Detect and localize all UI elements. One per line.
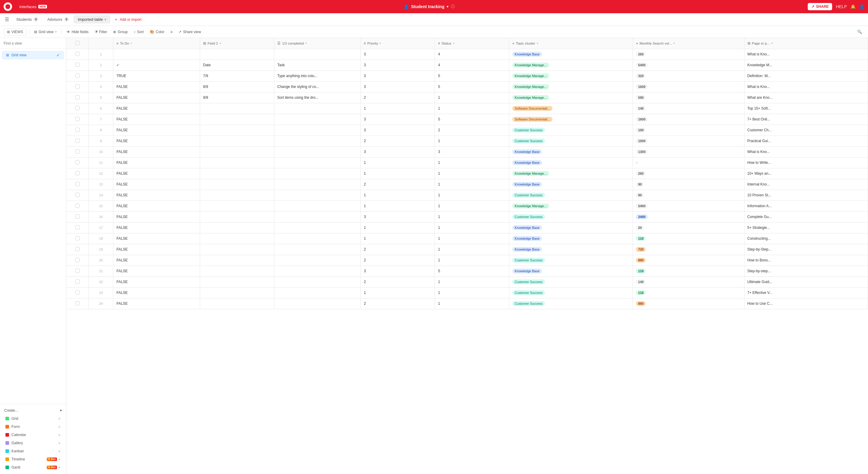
table-row[interactable]: 8 FALSE 3 2 Customer Success 100 Custome… — [66, 125, 868, 136]
row-completed[interactable] — [274, 244, 361, 255]
row-topic[interactable]: Knowledge Manage... — [509, 81, 632, 92]
row-page[interactable]: Step-by-Step... — [744, 244, 868, 255]
row-completed[interactable] — [274, 114, 361, 125]
find-view-input[interactable] — [4, 41, 62, 45]
row-search[interactable]: 90 — [633, 179, 744, 190]
row-status[interactable]: 5 — [435, 81, 509, 92]
row-priority[interactable]: 3 — [361, 266, 435, 276]
row-topic[interactable]: Customer Success — [509, 190, 632, 201]
table-row[interactable]: 16 FALSE 3 1 Customer Success 2400 Compl… — [66, 211, 868, 222]
row-topic[interactable]: Customer Success — [509, 298, 632, 309]
row-todo[interactable]: FALSE — [113, 146, 200, 157]
row-todo[interactable]: FALSE — [113, 276, 200, 287]
row-status[interactable]: 1 — [435, 222, 509, 233]
page-sort-icon[interactable]: ▾ — [771, 41, 773, 45]
views-button[interactable]: ⊞ VIEWS — [4, 28, 27, 36]
row-search[interactable]: 100 — [633, 125, 744, 136]
table-row[interactable]: 18 FALSE 1 1 Knowledge Base 110 Construc… — [66, 233, 868, 244]
row-priority[interactable]: 3 — [361, 114, 435, 125]
row-checkbox[interactable] — [75, 279, 80, 284]
row-todo[interactable]: FALSE — [113, 92, 200, 103]
table-row[interactable]: 15 FALSE 1 1 Knowledge Manage... 5400 In… — [66, 201, 868, 211]
row-search[interactable]: 1000 — [633, 136, 744, 146]
row-topic[interactable]: Customer Success — [509, 276, 632, 287]
table-row[interactable]: 11 FALSE 1 1 Knowledge Base - How to Wri… — [66, 157, 868, 168]
row-checkbox[interactable] — [75, 95, 80, 99]
row-status[interactable]: 5 — [435, 70, 509, 81]
col-header-todo[interactable]: ≡ To Do ▾ — [113, 38, 200, 49]
row-status[interactable]: 1 — [435, 201, 509, 211]
row-priority[interactable]: 2 — [361, 255, 435, 266]
row-checkbox-cell[interactable] — [66, 92, 89, 103]
row-priority[interactable]: 3 — [361, 70, 435, 81]
row-todo[interactable]: FALSE — [113, 201, 200, 211]
table-row[interactable]: 20 FALSE 2 1 Customer Success 880 How to… — [66, 255, 868, 266]
row-checkbox-cell[interactable] — [66, 157, 89, 168]
completed-sort-icon[interactable]: ▾ — [305, 41, 307, 45]
row-priority[interactable]: 1 — [361, 103, 435, 114]
row-page[interactable]: What is Kno... — [744, 49, 868, 60]
row-checkbox-cell[interactable] — [66, 81, 89, 92]
row-field2[interactable] — [200, 287, 274, 298]
row-checkbox[interactable] — [75, 214, 80, 218]
row-todo[interactable] — [113, 49, 200, 60]
row-field2[interactable] — [200, 298, 274, 309]
row-checkbox-cell[interactable] — [66, 222, 89, 233]
row-todo[interactable]: FALSE — [113, 179, 200, 190]
tab-students[interactable]: Students 9 — [12, 15, 42, 24]
row-completed[interactable] — [274, 233, 361, 244]
row-completed[interactable] — [274, 179, 361, 190]
row-field2[interactable] — [200, 276, 274, 287]
row-field2[interactable] — [200, 244, 274, 255]
row-completed[interactable]: Change the styling of co... — [274, 81, 361, 92]
row-search[interactable]: 110 — [633, 266, 744, 276]
col-header-page[interactable]: ⊞ Page or p... ▾ — [744, 38, 868, 49]
row-page[interactable]: Information A... — [744, 201, 868, 211]
row-field2[interactable] — [200, 168, 274, 179]
row-topic[interactable]: Knowledge Base — [509, 233, 632, 244]
create-calendar-item[interactable]: Calendar + — [1, 431, 65, 439]
row-todo[interactable]: FALSE — [113, 136, 200, 146]
row-status[interactable]: 5 — [435, 266, 509, 276]
row-priority[interactable]: 1 — [361, 287, 435, 298]
row-field2[interactable] — [200, 146, 274, 157]
row-page[interactable]: What are Kno... — [744, 92, 868, 103]
row-topic[interactable]: Knowledge Base — [509, 146, 632, 157]
row-checkbox-cell[interactable] — [66, 146, 89, 157]
row-field2[interactable] — [200, 233, 274, 244]
table-row[interactable]: 12 FALSE 1 1 Knowledge Manage... 260 10+… — [66, 168, 868, 179]
row-priority[interactable]: 3 — [361, 146, 435, 157]
row-completed[interactable] — [274, 146, 361, 157]
row-priority[interactable]: 3 — [361, 211, 435, 222]
app-logo[interactable] — [4, 2, 12, 11]
row-field2[interactable] — [200, 266, 274, 276]
row-topic[interactable]: Software Documentati... — [509, 103, 632, 114]
row-checkbox-cell[interactable] — [66, 168, 89, 179]
priority-sort-icon[interactable]: ▾ — [379, 41, 381, 45]
color-button[interactable]: 🎨 Color — [147, 29, 167, 35]
row-search[interactable]: 1300 — [633, 146, 744, 157]
timeline-plus-icon[interactable]: + — [58, 457, 61, 462]
row-field2[interactable] — [200, 255, 274, 266]
row-todo[interactable]: FALSE — [113, 266, 200, 276]
row-checkbox[interactable] — [75, 182, 80, 186]
row-topic[interactable]: Knowledge Base — [509, 179, 632, 190]
row-status[interactable]: 4 — [435, 60, 509, 70]
share-view-button[interactable]: ↗ Share view — [176, 29, 203, 35]
row-checkbox-cell[interactable] — [66, 179, 89, 190]
row-page[interactable]: How to Boos... — [744, 255, 868, 266]
tab-imported[interactable]: Imported table ▾ — [73, 15, 110, 24]
row-field2[interactable] — [200, 136, 274, 146]
table-row[interactable]: 22 FALSE 2 1 Customer Success 140 Ultima… — [66, 276, 868, 287]
row-checkbox-cell[interactable] — [66, 103, 89, 114]
row-checkbox[interactable] — [75, 149, 80, 154]
row-topic[interactable]: Software Documentati... — [509, 114, 632, 125]
row-status[interactable]: 1 — [435, 92, 509, 103]
row-checkbox[interactable] — [75, 269, 80, 273]
row-checkbox[interactable] — [75, 171, 80, 175]
table-row[interactable]: 23 FALSE 1 1 Customer Success 110 7+ Eff… — [66, 287, 868, 298]
row-checkbox-cell[interactable] — [66, 255, 89, 266]
row-priority[interactable]: 3 — [361, 60, 435, 70]
row-todo[interactable]: FALSE — [113, 233, 200, 244]
help-label[interactable]: HELP — [836, 4, 847, 9]
